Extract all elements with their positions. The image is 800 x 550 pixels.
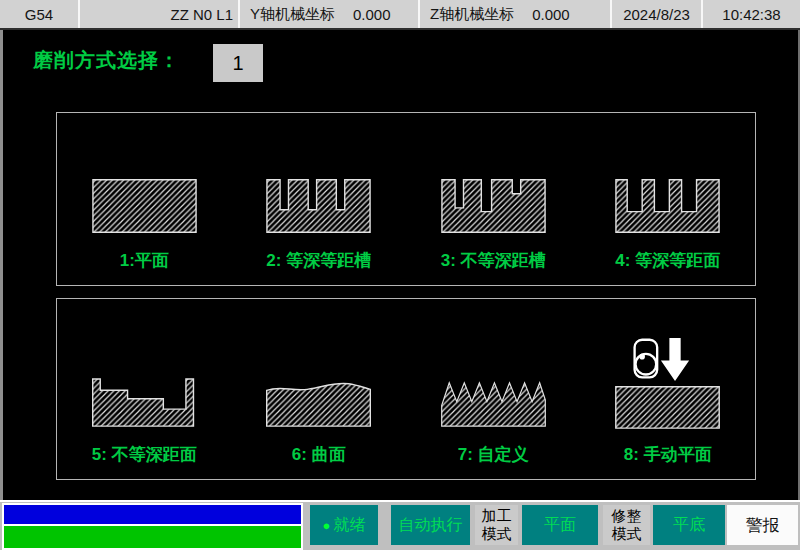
custom-profile-icon	[437, 377, 550, 430]
dressing-mode-button[interactable]: 修整 模式	[603, 505, 650, 545]
mode-label-4: 4: 等深等距面	[615, 249, 720, 272]
alarm-button[interactable]: 警报	[727, 505, 798, 545]
mode-option-3[interactable]: 3: 不等深距槽	[406, 113, 581, 285]
mode-label-3: 3: 不等深距槽	[441, 249, 546, 272]
main-area: 磨削方式选择： 1 1:平面 2: 等深等距槽 3: 不等深距槽	[0, 30, 800, 500]
stepped-surface-icon	[88, 377, 201, 430]
mode-option-8[interactable]: 8: 手动平面	[581, 299, 756, 479]
date-value: 2024/8/23	[623, 6, 690, 23]
mode-option-5[interactable]: 5: 不等深距面	[57, 299, 232, 479]
mode-label-1: 1:平面	[120, 249, 169, 272]
manual-flat-icon	[611, 336, 724, 430]
status-bar-green	[4, 526, 301, 548]
work-offset-display: G54	[0, 0, 80, 28]
z-axis-label: Z轴机械坐标	[430, 5, 514, 24]
flat-surface-icon	[88, 176, 201, 236]
mode-group-2: 5: 不等深距面 6: 曲面 7: 自定义	[56, 298, 756, 480]
flat-bottom-button[interactable]: 平底	[653, 505, 725, 545]
status-bar-blue	[4, 505, 301, 526]
machining-mode-line2: 模式	[482, 525, 512, 543]
mode-option-2[interactable]: 2: 等深等距槽	[232, 113, 407, 285]
mode-label-5: 5: 不等深距面	[92, 443, 197, 466]
unequal-depth-grooves-icon	[437, 176, 550, 236]
page-title: 磨削方式选择：	[33, 47, 180, 74]
y-axis-label: Y轴机械坐标	[250, 5, 335, 24]
time-value: 10:42:38	[722, 6, 780, 23]
cnc-screen: G54 ZZ N0 L1 Y轴机械坐标 0.000 Z轴机械坐标 0.000 2…	[0, 0, 800, 550]
mode-label-8: 8: 手动平面	[624, 443, 712, 466]
down-arrow-icon	[661, 338, 689, 381]
work-offset-value: G54	[25, 6, 53, 23]
bottom-bar: ● 就绪 自动执行 加工 模式 平面 修整 模式 平底 警报	[0, 502, 800, 550]
mode-option-6[interactable]: 6: 曲面	[232, 299, 407, 479]
dressing-mode-line2: 模式	[612, 525, 642, 543]
date-display: 2024/8/23	[612, 0, 703, 28]
y-axis-coordinate: Y轴机械坐标 0.000	[240, 0, 420, 28]
z-axis-coordinate: Z轴机械坐标 0.000	[420, 0, 612, 28]
z-axis-value: 0.000	[532, 6, 570, 23]
flat-bottom-label: 平底	[673, 515, 705, 536]
equal-depth-surfaces-icon	[611, 176, 724, 236]
alarm-label: 警报	[746, 514, 780, 537]
mode-option-1[interactable]: 1:平面	[57, 113, 232, 285]
ready-indicator-dot: ●	[323, 518, 331, 533]
auto-execute-label: 自动执行	[399, 515, 463, 536]
equal-depth-grooves-icon	[262, 176, 375, 236]
plane-button[interactable]: 平面	[522, 505, 598, 545]
machining-mode-line1: 加工	[482, 507, 512, 525]
ready-button[interactable]: ● 就绪	[310, 505, 378, 545]
curved-surface-icon	[262, 377, 375, 430]
status-indicator-box	[2, 503, 303, 550]
mode-label-6: 6: 曲面	[292, 443, 346, 466]
dressing-mode-line1: 修整	[612, 507, 642, 525]
time-display: 10:42:38	[703, 0, 800, 28]
machining-mode-button[interactable]: 加工 模式	[475, 505, 518, 545]
mode-option-7[interactable]: 7: 自定义	[406, 299, 581, 479]
status-bar: G54 ZZ N0 L1 Y轴机械坐标 0.000 Z轴机械坐标 0.000 2…	[0, 0, 800, 30]
mode-label-2: 2: 等深等距槽	[266, 249, 371, 272]
y-axis-value: 0.000	[353, 6, 391, 23]
ready-label: 就绪	[333, 515, 365, 536]
auto-execute-button[interactable]: 自动执行	[391, 505, 470, 545]
mode-select-input[interactable]: 1	[213, 44, 263, 82]
program-status-display: ZZ N0 L1	[80, 0, 240, 28]
plane-label: 平面	[544, 515, 576, 536]
mode-option-4[interactable]: 4: 等深等距面	[581, 113, 756, 285]
mode-label-7: 7: 自定义	[458, 443, 529, 466]
mode-group-1: 1:平面 2: 等深等距槽 3: 不等深距槽 4: 等深等距面	[56, 112, 756, 286]
program-status-value: ZZ N0 L1	[170, 6, 233, 23]
